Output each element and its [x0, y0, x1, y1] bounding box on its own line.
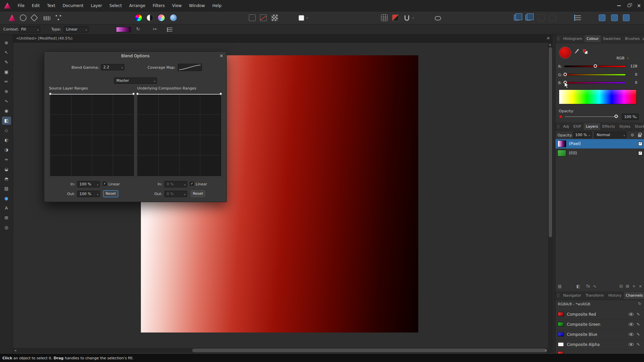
- colour-pair-swatch[interactable]: [583, 49, 588, 54]
- gradient-type-dropdown[interactable]: Linear: [64, 26, 89, 33]
- editable-pencil-icon[interactable]: [637, 332, 642, 337]
- scroll-up-icon[interactable]: [549, 43, 551, 46]
- move-tool[interactable]: ↖: [2, 49, 11, 57]
- rotate-document-icon[interactable]: [20, 14, 26, 21]
- blue-value[interactable]: 0: [627, 80, 637, 85]
- colour-spectrum[interactable]: [559, 89, 637, 104]
- text-tool[interactable]: A: [2, 204, 11, 212]
- median-tool[interactable]: ▤: [2, 185, 11, 193]
- scroll-right-icon[interactable]: [545, 349, 547, 352]
- preferences-icon[interactable]: [623, 14, 630, 21]
- underlying-out-dropdown[interactable]: 0 %: [164, 191, 187, 197]
- panel-menu-icon[interactable]: [642, 37, 644, 41]
- smudge-tool[interactable]: ≈: [2, 156, 11, 164]
- burn-brush-tool[interactable]: ◑: [2, 146, 11, 154]
- scroll-left-icon[interactable]: [14, 349, 16, 352]
- underlying-curve-line[interactable]: [138, 94, 221, 95]
- menu-arrange[interactable]: Arrange: [125, 0, 149, 11]
- source-reset-button[interactable]: Reset: [103, 190, 118, 197]
- source-out-dropdown[interactable]: 100 %: [77, 191, 100, 197]
- source-in-dropdown[interactable]: 100 %: [77, 181, 100, 187]
- mesh-warp-tool[interactable]: ⊞: [2, 214, 11, 222]
- channels-refresh-icon[interactable]: [638, 301, 641, 306]
- scope-icon[interactable]: [44, 16, 50, 20]
- tab-colour[interactable]: Colour: [585, 35, 601, 42]
- snapshot-icon[interactable]: ▤: [558, 284, 561, 289]
- tab-swatches[interactable]: Swatches: [601, 35, 623, 42]
- tab-brushes[interactable]: Brushes: [623, 35, 642, 42]
- menu-document[interactable]: Document: [59, 0, 87, 11]
- layer-visibility-checkbox[interactable]: [638, 151, 642, 155]
- horizontal-scroll-thumb[interactable]: [192, 349, 547, 352]
- menu-help[interactable]: Help: [209, 0, 225, 11]
- visibility-eye-icon[interactable]: [629, 323, 634, 326]
- underlying-reset-button[interactable]: Reset: [191, 190, 205, 197]
- clone-stamp-tool[interactable]: ⊚: [2, 87, 11, 96]
- opacity-dropdown[interactable]: 100 %: [622, 114, 639, 120]
- active-colour-swatch[interactable]: [559, 47, 571, 59]
- freehand-selection-tool[interactable]: ∿: [2, 97, 11, 105]
- hardware-icon[interactable]: [435, 16, 441, 20]
- tab-transform[interactable]: Transform: [584, 292, 606, 299]
- tab-adj[interactable]: Adj: [561, 123, 571, 130]
- view-tool[interactable]: ⊕: [2, 39, 11, 47]
- document-tab[interactable]: <Untitled> [Modified] (40.5%): [16, 36, 72, 41]
- source-linear-checkbox[interactable]: [103, 182, 107, 186]
- green-slider-track[interactable]: [564, 74, 626, 76]
- layer-visibility-checkbox[interactable]: [638, 142, 642, 146]
- dodge-brush-tool[interactable]: ◐: [2, 136, 11, 144]
- vibrance-icon[interactable]: [158, 14, 165, 21]
- flood-select-tool[interactable]: ◉: [2, 107, 11, 115]
- editable-pencil-icon[interactable]: [637, 342, 642, 347]
- vertical-scrollbar[interactable]: [548, 43, 553, 353]
- green-value[interactable]: 0: [627, 72, 637, 77]
- source-curve-handle-right[interactable]: [132, 93, 135, 95]
- lock-icon[interactable]: [638, 134, 641, 137]
- menu-layer[interactable]: Layer: [87, 0, 106, 11]
- underlying-linear-checkbox[interactable]: [190, 182, 194, 186]
- close-button[interactable]: [634, 0, 644, 11]
- red-slider-handle[interactable]: [594, 64, 597, 68]
- vertical-scroll-thumb[interactable]: [549, 47, 552, 237]
- tab-stock[interactable]: Stock: [633, 123, 644, 130]
- mask-icon[interactable]: ◧: [576, 284, 580, 289]
- fill-alignment-icon[interactable]: [167, 27, 172, 32]
- colour-wheel-icon[interactable]: [135, 14, 142, 21]
- source-curve-handle-left[interactable]: [49, 93, 52, 95]
- fx-icon[interactable]: fx: [586, 284, 590, 289]
- delete-layer-icon[interactable]: ×: [639, 284, 642, 289]
- blend-mode-dropdown[interactable]: Normal: [594, 132, 627, 138]
- colour-mode-dropdown[interactable]: RGB: [616, 56, 629, 60]
- sharpen-tool[interactable]: ◓: [2, 175, 11, 183]
- opacity-slider-handle[interactable]: [614, 115, 618, 118]
- panel-grip[interactable]: [557, 294, 559, 297]
- pixel-grid-icon[interactable]: [381, 14, 388, 21]
- blend-options-gear-icon[interactable]: [631, 133, 634, 137]
- underlying-range-grid[interactable]: [137, 94, 221, 176]
- snapping-magnet-icon[interactable]: [405, 15, 409, 21]
- contrast-icon[interactable]: [147, 14, 153, 21]
- restore-button[interactable]: [624, 0, 634, 11]
- export-icon[interactable]: [611, 14, 618, 21]
- resource-manager-icon[interactable]: [55, 14, 62, 21]
- snapping-off-icon[interactable]: [260, 14, 267, 21]
- panel-grip[interactable]: [557, 125, 559, 128]
- channel-row-red[interactable]: Composite Red: [555, 309, 644, 319]
- snapping-caret-icon[interactable]: ▾: [413, 17, 414, 19]
- paint-brush-tool[interactable]: ✏: [2, 78, 11, 86]
- visibility-eye-icon[interactable]: [629, 333, 634, 336]
- green-slider-handle[interactable]: [564, 73, 567, 76]
- tab-layers[interactable]: Layers: [584, 123, 600, 130]
- transparency-grid-icon[interactable]: [271, 14, 278, 21]
- menu-filters[interactable]: Filters: [149, 0, 168, 11]
- menu-view[interactable]: View: [168, 0, 185, 11]
- group-icon[interactable]: ⊟: [620, 284, 623, 289]
- gradient-fill-tool[interactable]: ◧: [2, 117, 11, 125]
- menu-edit[interactable]: Edit: [28, 0, 43, 11]
- red-slider-track[interactable]: [564, 65, 626, 67]
- dialog-close-icon[interactable]: [219, 53, 223, 58]
- channel-row-green[interactable]: Composite Green: [555, 319, 644, 329]
- context-dropdown[interactable]: Fill: [19, 26, 40, 33]
- duplicate-icon[interactable]: [514, 14, 520, 20]
- layer-row-pixel[interactable]: (Pixel): [555, 139, 644, 148]
